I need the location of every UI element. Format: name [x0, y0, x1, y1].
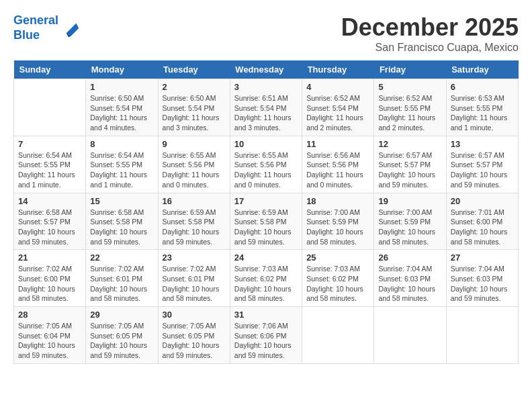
day-info: Sunrise: 6:58 AM Sunset: 5:58 PM Dayligh…: [90, 208, 153, 247]
day-info: Sunrise: 6:55 AM Sunset: 5:56 PM Dayligh…: [163, 150, 226, 190]
day-cell: 17Sunrise: 6:59 AM Sunset: 5:58 PM Dayli…: [230, 193, 302, 250]
day-cell: 21Sunrise: 7:02 AM Sunset: 6:00 PM Dayli…: [14, 250, 86, 307]
day-cell: 20Sunrise: 7:01 AM Sunset: 6:00 PM Dayli…: [446, 193, 518, 250]
day-cell: 19Sunrise: 7:00 AM Sunset: 5:59 PM Dayli…: [374, 193, 446, 250]
header-thursday: Thursday: [302, 60, 374, 79]
day-number: 20: [451, 196, 514, 206]
day-info: Sunrise: 7:05 AM Sunset: 6:05 PM Dayligh…: [90, 321, 153, 361]
week-row-4: 28Sunrise: 7:05 AM Sunset: 6:04 PM Dayli…: [14, 307, 519, 364]
day-number: 21: [18, 253, 81, 263]
day-cell: 31Sunrise: 7:06 AM Sunset: 6:06 PM Dayli…: [230, 307, 302, 364]
day-info: Sunrise: 7:00 AM Sunset: 5:59 PM Dayligh…: [306, 208, 369, 247]
day-cell: 24Sunrise: 7:03 AM Sunset: 6:02 PM Dayli…: [230, 250, 302, 307]
day-info: Sunrise: 6:57 AM Sunset: 5:57 PM Dayligh…: [451, 150, 514, 190]
day-number: 3: [234, 82, 298, 92]
day-number: 29: [90, 310, 153, 320]
day-cell: 8Sunrise: 6:54 AM Sunset: 5:55 PM Daylig…: [86, 136, 158, 193]
day-info: Sunrise: 7:02 AM Sunset: 6:00 PM Dayligh…: [18, 264, 81, 304]
day-number: 10: [234, 139, 298, 149]
logo-icon: [61, 18, 81, 38]
header-tuesday: Tuesday: [158, 60, 230, 79]
day-number: 22: [90, 253, 153, 263]
day-number: 27: [451, 253, 514, 263]
header-wednesday: Wednesday: [230, 60, 302, 79]
day-number: 24: [234, 253, 298, 263]
day-number: 23: [163, 253, 226, 263]
day-info: Sunrise: 6:57 AM Sunset: 5:57 PM Dayligh…: [378, 150, 441, 190]
day-cell: [446, 307, 518, 364]
day-cell: 7Sunrise: 6:54 AM Sunset: 5:55 PM Daylig…: [14, 136, 86, 193]
day-cell: [302, 307, 374, 364]
day-cell: 18Sunrise: 7:00 AM Sunset: 5:59 PM Dayli…: [302, 193, 374, 250]
svg-marker-0: [66, 23, 79, 36]
day-info: Sunrise: 6:59 AM Sunset: 5:58 PM Dayligh…: [234, 208, 298, 247]
day-cell: 23Sunrise: 7:02 AM Sunset: 6:01 PM Dayli…: [158, 250, 230, 307]
day-cell: 13Sunrise: 6:57 AM Sunset: 5:57 PM Dayli…: [446, 136, 518, 193]
day-cell: 16Sunrise: 6:59 AM Sunset: 5:58 PM Dayli…: [158, 193, 230, 250]
day-info: Sunrise: 6:53 AM Sunset: 5:55 PM Dayligh…: [451, 93, 514, 133]
day-cell: 28Sunrise: 7:05 AM Sunset: 6:04 PM Dayli…: [14, 307, 86, 364]
day-number: 15: [90, 196, 153, 206]
day-info: Sunrise: 7:04 AM Sunset: 6:03 PM Dayligh…: [378, 264, 441, 304]
day-info: Sunrise: 7:05 AM Sunset: 6:05 PM Dayligh…: [163, 321, 226, 361]
day-info: Sunrise: 6:52 AM Sunset: 5:55 PM Dayligh…: [378, 93, 441, 133]
day-info: Sunrise: 6:55 AM Sunset: 5:56 PM Dayligh…: [234, 150, 298, 190]
day-number: 1: [90, 82, 153, 92]
week-row-1: 7Sunrise: 6:54 AM Sunset: 5:55 PM Daylig…: [14, 136, 519, 193]
day-cell: 22Sunrise: 7:02 AM Sunset: 6:01 PM Dayli…: [86, 250, 158, 307]
day-cell: 1Sunrise: 6:50 AM Sunset: 5:54 PM Daylig…: [86, 79, 158, 136]
day-cell: 27Sunrise: 7:04 AM Sunset: 6:03 PM Dayli…: [446, 250, 518, 307]
day-cell: 2Sunrise: 6:50 AM Sunset: 5:54 PM Daylig…: [158, 79, 230, 136]
day-number: 8: [90, 139, 153, 149]
day-info: Sunrise: 7:00 AM Sunset: 5:59 PM Dayligh…: [378, 208, 441, 247]
day-info: Sunrise: 6:59 AM Sunset: 5:58 PM Dayligh…: [163, 208, 226, 247]
day-cell: 25Sunrise: 7:03 AM Sunset: 6:02 PM Dayli…: [302, 250, 374, 307]
day-info: Sunrise: 6:51 AM Sunset: 5:54 PM Dayligh…: [234, 93, 298, 133]
week-row-0: 1Sunrise: 6:50 AM Sunset: 5:54 PM Daylig…: [14, 79, 519, 136]
day-number: 5: [378, 82, 441, 92]
day-cell: 6Sunrise: 6:53 AM Sunset: 5:55 PM Daylig…: [446, 79, 518, 136]
day-cell: 12Sunrise: 6:57 AM Sunset: 5:57 PM Dayli…: [374, 136, 446, 193]
day-info: Sunrise: 7:02 AM Sunset: 6:01 PM Dayligh…: [163, 264, 226, 304]
day-number: 25: [306, 253, 369, 263]
day-cell: 3Sunrise: 6:51 AM Sunset: 5:54 PM Daylig…: [230, 79, 302, 136]
day-number: 16: [163, 196, 226, 206]
day-cell: 11Sunrise: 6:56 AM Sunset: 5:56 PM Dayli…: [302, 136, 374, 193]
day-cell: 26Sunrise: 7:04 AM Sunset: 6:03 PM Dayli…: [374, 250, 446, 307]
header-friday: Friday: [374, 60, 446, 79]
logo-general: General: [13, 13, 58, 27]
calendar-header-row: SundayMondayTuesdayWednesdayThursdayFrid…: [14, 60, 519, 79]
day-cell: [14, 79, 86, 136]
day-info: Sunrise: 7:01 AM Sunset: 6:00 PM Dayligh…: [451, 208, 514, 247]
day-cell: 10Sunrise: 6:55 AM Sunset: 5:56 PM Dayli…: [230, 136, 302, 193]
day-cell: 5Sunrise: 6:52 AM Sunset: 5:55 PM Daylig…: [374, 79, 446, 136]
day-number: 19: [378, 196, 441, 206]
day-number: 7: [18, 139, 81, 149]
day-number: 4: [306, 82, 369, 92]
day-info: Sunrise: 7:02 AM Sunset: 6:01 PM Dayligh…: [90, 264, 153, 304]
day-number: 18: [306, 196, 369, 206]
day-cell: [374, 307, 446, 364]
day-cell: 14Sunrise: 6:58 AM Sunset: 5:57 PM Dayli…: [14, 193, 86, 250]
week-row-3: 21Sunrise: 7:02 AM Sunset: 6:00 PM Dayli…: [14, 250, 519, 307]
day-number: 26: [378, 253, 441, 263]
day-number: 31: [234, 310, 298, 320]
day-number: 14: [18, 196, 81, 206]
calendar-table: SundayMondayTuesdayWednesdayThursdayFrid…: [13, 60, 519, 364]
day-info: Sunrise: 7:06 AM Sunset: 6:06 PM Dayligh…: [234, 321, 298, 361]
header-sunday: Sunday: [14, 60, 86, 79]
day-info: Sunrise: 7:05 AM Sunset: 6:04 PM Dayligh…: [18, 321, 81, 361]
day-number: 9: [163, 139, 226, 149]
page-header: General Blue December 2025 San Francisco…: [13, 13, 519, 54]
logo-text: General Blue: [13, 13, 58, 42]
day-info: Sunrise: 6:54 AM Sunset: 5:55 PM Dayligh…: [90, 150, 153, 190]
day-info: Sunrise: 7:03 AM Sunset: 6:02 PM Dayligh…: [306, 264, 369, 304]
day-info: Sunrise: 6:58 AM Sunset: 5:57 PM Dayligh…: [18, 208, 81, 247]
day-number: 28: [18, 310, 81, 320]
day-number: 30: [163, 310, 226, 320]
day-info: Sunrise: 6:50 AM Sunset: 5:54 PM Dayligh…: [90, 93, 153, 133]
day-cell: 15Sunrise: 6:58 AM Sunset: 5:58 PM Dayli…: [86, 193, 158, 250]
day-cell: 29Sunrise: 7:05 AM Sunset: 6:05 PM Dayli…: [86, 307, 158, 364]
day-info: Sunrise: 7:04 AM Sunset: 6:03 PM Dayligh…: [451, 264, 514, 304]
month-title: December 2025: [341, 13, 519, 42]
